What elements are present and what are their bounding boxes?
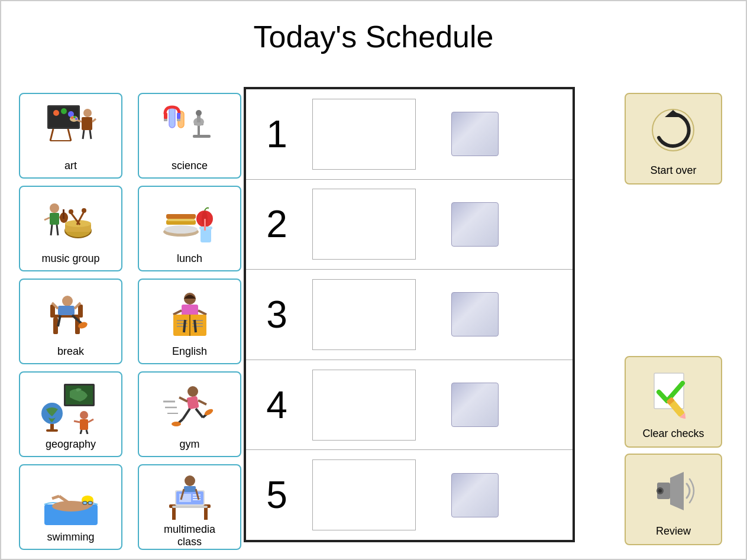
row-number-3: 3 xyxy=(253,293,300,336)
tile-science-label: science xyxy=(172,160,208,172)
tile-gym[interactable]: gym xyxy=(138,371,241,457)
svg-rect-110 xyxy=(88,501,92,504)
svg-line-44 xyxy=(57,225,58,235)
start-over-button[interactable]: Start over xyxy=(625,93,722,184)
tile-art-label: art xyxy=(64,160,77,172)
svg-line-69 xyxy=(173,310,182,315)
svg-line-11 xyxy=(92,119,96,122)
svg-point-86 xyxy=(80,411,88,419)
tile-english[interactable]: English xyxy=(138,279,241,364)
art-icon xyxy=(41,101,101,157)
svg-rect-28 xyxy=(177,113,180,119)
svg-line-98 xyxy=(198,400,206,404)
svg-marker-135 xyxy=(670,472,684,510)
svg-rect-27 xyxy=(164,119,167,121)
clear-checks-icon xyxy=(644,364,703,423)
svg-point-124 xyxy=(185,475,195,486)
schedule-card-5[interactable] xyxy=(312,459,416,530)
svg-rect-119 xyxy=(172,506,208,508)
tile-geography-label: geography xyxy=(46,438,96,451)
svg-point-35 xyxy=(69,209,73,214)
tile-multimedia-class[interactable]: multimedia class xyxy=(138,464,241,550)
schedule-card-2[interactable] xyxy=(312,189,416,260)
svg-point-23 xyxy=(196,110,202,116)
clear-checks-button[interactable]: Clear checks xyxy=(625,356,722,448)
svg-line-100 xyxy=(196,409,203,417)
tile-break-label: break xyxy=(57,345,84,358)
svg-line-80 xyxy=(195,320,196,332)
schedule-row-1: 1 xyxy=(246,89,573,180)
schedule-card-4[interactable] xyxy=(312,370,416,441)
svg-rect-61 xyxy=(58,306,75,315)
svg-line-12 xyxy=(83,130,84,139)
schedule-row-3: 3 xyxy=(246,270,573,360)
svg-rect-9 xyxy=(82,117,92,130)
tile-music-group[interactable]: music group xyxy=(19,186,122,271)
svg-rect-84 xyxy=(50,424,54,430)
page-title: Today's Schedule xyxy=(1,1,746,60)
svg-rect-115 xyxy=(172,508,176,520)
tile-break[interactable]: break xyxy=(19,279,122,364)
svg-rect-29 xyxy=(177,119,180,121)
tile-swimming[interactable]: swimming xyxy=(19,464,122,550)
english-icon xyxy=(160,287,219,343)
svg-rect-109 xyxy=(83,501,87,504)
schedule-checkbox-4[interactable] xyxy=(451,383,499,427)
svg-point-137 xyxy=(658,489,662,493)
tile-science[interactable]: science xyxy=(138,93,241,179)
svg-rect-49 xyxy=(166,214,196,219)
tile-gym-label: gym xyxy=(179,438,199,451)
svg-point-2 xyxy=(53,110,59,116)
schedule-card-1[interactable] xyxy=(312,99,416,170)
schedule-board: 1 2 3 4 5 xyxy=(244,87,575,542)
tile-geography[interactable]: geography xyxy=(19,371,122,457)
break-icon xyxy=(41,287,101,343)
lunch-icon xyxy=(160,194,219,250)
svg-point-15 xyxy=(71,116,73,119)
svg-rect-59 xyxy=(78,305,83,318)
svg-rect-116 xyxy=(204,508,208,520)
review-button[interactable]: Review xyxy=(625,454,722,545)
swimming-icon xyxy=(41,472,101,529)
svg-rect-18 xyxy=(193,135,211,138)
svg-line-89 xyxy=(88,419,93,422)
svg-line-113 xyxy=(52,496,59,499)
tile-art[interactable]: art xyxy=(19,93,122,179)
row-number-5: 5 xyxy=(253,473,300,517)
tile-english-label: English xyxy=(172,345,207,358)
tile-swimming-label: swimming xyxy=(47,531,94,543)
gym-icon xyxy=(160,380,219,436)
multimedia-class-icon xyxy=(160,468,219,521)
tile-lunch[interactable]: lunch xyxy=(138,186,241,271)
schedule-checkbox-5[interactable] xyxy=(451,473,499,517)
svg-point-60 xyxy=(62,296,73,306)
geography-icon xyxy=(41,380,101,436)
svg-rect-85 xyxy=(46,429,58,432)
svg-line-88 xyxy=(74,421,80,422)
svg-line-90 xyxy=(80,430,82,434)
schedule-checkbox-1[interactable] xyxy=(451,112,499,156)
svg-point-46 xyxy=(164,225,198,234)
science-icon xyxy=(160,101,219,157)
svg-rect-54 xyxy=(204,219,206,231)
svg-line-39 xyxy=(44,218,50,220)
svg-rect-42 xyxy=(63,209,64,219)
svg-point-16 xyxy=(73,116,76,118)
svg-line-5 xyxy=(50,129,53,141)
schedule-row-5: 5 xyxy=(246,450,573,540)
svg-rect-26 xyxy=(164,113,167,119)
svg-line-13 xyxy=(90,130,91,139)
svg-line-43 xyxy=(51,225,52,235)
svg-point-103 xyxy=(172,422,181,426)
activity-tiles-panel: art science xyxy=(19,93,250,550)
row-number-1: 1 xyxy=(253,112,300,156)
start-over-icon xyxy=(644,101,703,160)
schedule-checkbox-3[interactable] xyxy=(451,292,499,336)
schedule-card-3[interactable] xyxy=(312,279,416,350)
review-label: Review xyxy=(656,525,691,538)
svg-point-92 xyxy=(187,386,198,397)
schedule-checkbox-2[interactable] xyxy=(451,202,499,247)
review-icon xyxy=(644,461,703,520)
svg-point-3 xyxy=(61,108,67,114)
schedule-row-4: 4 xyxy=(246,360,573,451)
